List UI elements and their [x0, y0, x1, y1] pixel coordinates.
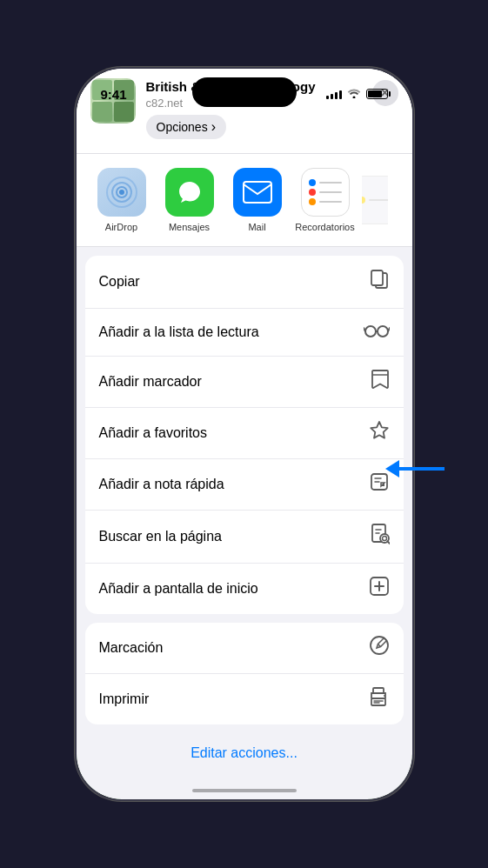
edit-actions-button[interactable]: Editar acciones... — [77, 733, 412, 773]
messages-icon — [165, 168, 214, 217]
search-doc-icon — [371, 523, 390, 551]
glasses-icon — [364, 321, 390, 344]
favorites-action[interactable]: Añadir a favoritos — [85, 408, 404, 459]
print-label: Imprimir — [99, 691, 150, 707]
add-home-action[interactable]: Añadir a pantalla de inicio — [85, 564, 404, 614]
app-item-reminders[interactable]: Recordatorios — [294, 168, 357, 232]
edit-actions-label: Editar acciones... — [191, 745, 297, 760]
signal-icon — [326, 89, 342, 99]
svg-line-22 — [378, 644, 380, 647]
markup-action[interactable]: Marcación — [85, 623, 404, 674]
dynamic-island — [192, 77, 297, 107]
svg-rect-24 — [373, 688, 384, 693]
markup-label: Marcación — [99, 640, 164, 656]
bookmark-label: Añadir marcador — [99, 374, 202, 390]
bookmark-action[interactable]: Añadir marcador — [85, 357, 404, 408]
mail-icon — [233, 168, 282, 217]
svg-point-3 — [365, 326, 376, 337]
share-sheet: British & Exotic Mineralogy c82.net Opci… — [77, 69, 412, 799]
copy-action[interactable]: Copiar — [85, 256, 404, 309]
options-button[interactable]: Opciones › — [146, 115, 226, 139]
svg-point-25 — [384, 695, 385, 697]
svg-rect-2 — [371, 270, 383, 285]
app-label-mail: Mail — [248, 222, 265, 232]
book-icon — [371, 369, 390, 395]
action-list-2: Marcación Imprimir — [85, 623, 404, 724]
app-item-mail[interactable]: Mail — [226, 168, 289, 232]
quick-note-action[interactable]: Añadir a nota rápida — [85, 459, 404, 511]
svg-line-7 — [388, 328, 390, 331]
app-item-airdrop[interactable]: AirDrop — [90, 168, 153, 232]
airdrop-icon — [97, 168, 146, 217]
reading-list-action[interactable]: Añadir a la lista de lectura — [85, 309, 404, 357]
home-indicator — [192, 789, 297, 792]
wifi-icon — [347, 87, 361, 101]
app-label-messages: Mensajes — [169, 222, 210, 232]
reading-list-label: Añadir a la lista de lectura — [99, 324, 259, 340]
pen-circle-icon — [369, 635, 390, 661]
status-time: 9:41 — [101, 87, 127, 102]
print-action[interactable]: Imprimir — [85, 674, 404, 724]
power-button — [412, 221, 414, 299]
printer-icon — [367, 686, 390, 712]
svg-rect-0 — [244, 182, 271, 203]
add-home-label: Añadir a pantalla de inicio — [99, 581, 258, 597]
app-label-reminders: Recordatorios — [295, 222, 354, 232]
copy-icon — [369, 268, 390, 296]
phone-frame: 9:41 — [75, 67, 414, 801]
find-on-page-label: Buscar en la página — [99, 529, 222, 544]
battery-icon — [366, 89, 388, 99]
favorites-label: Añadir a favoritos — [99, 425, 208, 441]
svg-rect-23 — [371, 698, 385, 705]
reminders-icon — [301, 168, 350, 217]
phone-screen: 9:41 — [77, 69, 412, 799]
app-item-more[interactable] — [362, 176, 388, 224]
svg-line-6 — [364, 328, 365, 331]
status-icons — [326, 87, 388, 101]
quick-note-label: Añadir a nota rápida — [99, 477, 224, 492]
more-icon — [362, 176, 388, 224]
note-icon — [369, 471, 390, 497]
copy-label: Copiar — [99, 274, 140, 290]
svg-line-14 — [387, 542, 390, 544]
action-list-1: Copiar Añadir a la lista de lectura — [85, 256, 404, 614]
find-on-page-action[interactable]: Buscar en la página — [85, 511, 404, 564]
add-square-icon — [369, 576, 390, 602]
svg-point-4 — [378, 326, 388, 337]
app-item-messages[interactable]: Mensajes — [158, 168, 221, 232]
star-icon — [369, 420, 390, 446]
apps-row: AirDrop Mensajes — [77, 154, 412, 247]
app-label-airdrop: AirDrop — [105, 222, 137, 232]
battery-fill — [368, 90, 383, 97]
